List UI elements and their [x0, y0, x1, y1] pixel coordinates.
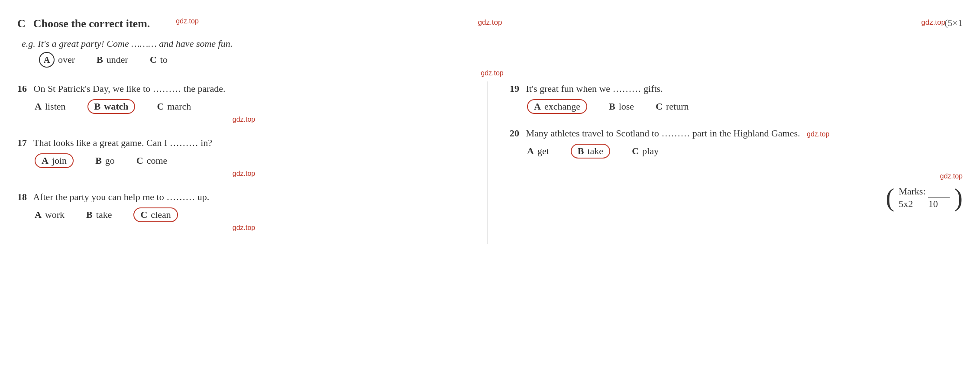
question-19: 19 It's great fun when we ……… gifts. A e…	[510, 81, 963, 114]
question-16-text: 16 On St Patrick's Day, we like to ……… t…	[17, 81, 470, 96]
section-instruction: Choose the correct item.	[33, 17, 150, 30]
section-label: C	[17, 17, 26, 30]
watermark-top-right-far: gdz.top	[921, 18, 945, 27]
marks-box-container: ( Marks: 5x2 10 )	[886, 184, 963, 210]
example-text: e.g. It's a great party! Come ……… and ha…	[22, 38, 963, 49]
example-option-a: A over	[39, 52, 75, 68]
question-17-text: 17 That looks like a great game. Can I ……	[17, 136, 470, 150]
question-19-options: A exchange B lose C return	[510, 99, 963, 114]
q17-option-b: B go	[95, 155, 115, 166]
example-option-b: B under	[97, 54, 128, 65]
question-18: 18 After the party you can help me to ………	[17, 190, 470, 232]
question-17-options: A join B go C come	[17, 153, 470, 168]
watermark-q18: gdz.top	[17, 224, 470, 232]
watermark-top-center: gdz.top	[478, 18, 502, 27]
q19-option-a: A exchange	[527, 99, 587, 114]
question-18-text: 18 After the party you can help me to ………	[17, 190, 470, 204]
q19-option-c: C return	[656, 101, 689, 112]
watermark-q17: gdz.top	[17, 170, 470, 178]
q16-option-b: B watch	[87, 99, 136, 114]
watermark-header: gdz.top	[176, 17, 198, 25]
example-option-c: C to	[150, 54, 168, 65]
question-16: 16 On St Patrick's Day, we like to ……… t…	[17, 81, 470, 123]
question-19-text: 19 It's great fun when we ……… gifts.	[510, 81, 963, 96]
watermark-below-example: gdz.top	[22, 69, 963, 77]
watermark-q16: gdz.top	[17, 116, 470, 123]
q20-option-c: C play	[632, 146, 659, 157]
marks-score	[928, 186, 950, 197]
q20-option-a: A get	[527, 146, 549, 157]
marks-formula-row: 5x2 10	[899, 198, 938, 210]
question-20-options: A get B take C play	[510, 144, 963, 159]
question-18-options: A work B take C clean	[17, 207, 470, 222]
q16-option-c: C march	[157, 101, 191, 112]
q16-option-a: A listen	[35, 101, 66, 112]
watermark-q20: gdz.top	[807, 129, 829, 139]
q18-option-c: C clean	[133, 207, 178, 222]
q18-option-a: A work	[35, 209, 65, 220]
example-option-a-circle: A	[39, 52, 55, 68]
top-right-score: (5×1	[944, 17, 963, 29]
q17-option-a: A join	[35, 153, 74, 168]
watermark-bottom-right: gdz.top	[940, 172, 963, 180]
q19-option-b: B lose	[609, 101, 634, 112]
marks-label-row: Marks:	[899, 186, 950, 197]
q18-option-b: B take	[86, 209, 112, 220]
q17-option-c: C come	[136, 155, 168, 166]
example-options: A over B under C to	[22, 52, 963, 68]
right-column: 19 It's great fun when we ……… gifts. A e…	[488, 81, 963, 244]
question-20-text: 20 Many athletes travel to Scotland to ……	[510, 126, 963, 140]
question-17: 17 That looks like a great game. Can I ……	[17, 136, 470, 178]
left-column: 16 On St Patrick's Day, we like to ……… t…	[17, 81, 488, 244]
marks-section: gdz.top ( Marks: 5x2 10	[510, 171, 963, 210]
question-16-options: A listen B watch C march	[17, 99, 470, 114]
question-20: 20 Many athletes travel to Scotland to ……	[510, 126, 963, 159]
q20-option-b: B take	[571, 144, 610, 159]
